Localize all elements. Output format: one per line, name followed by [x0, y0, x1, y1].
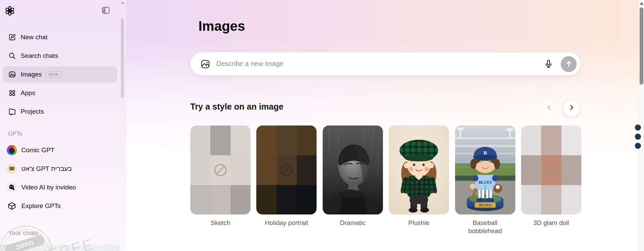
style-card-plushie[interactable]: Plushie: [389, 126, 449, 235]
style-card-label: 3D glam doll: [521, 219, 581, 227]
style-card-baseball-bobblehead[interactable]: BLUES BLUES B: [455, 126, 515, 235]
style-card-label: Sketch: [190, 219, 251, 227]
sidebar-scrollbar: [120, 0, 125, 251]
sidebar-item-apps[interactable]: Apps: [3, 85, 117, 101]
sidebar-item-label: Images: [21, 71, 42, 78]
blocked-icon: [543, 162, 559, 178]
widget-dot-3[interactable]: [635, 143, 641, 149]
sidebar-item-search-chats[interactable]: Search chats: [3, 48, 117, 64]
svg-text:BLUES: BLUES: [478, 180, 492, 185]
sidebar-item-projects[interactable]: Projects: [3, 104, 117, 120]
style-card-holiday-portrait[interactable]: Holiday portrait: [256, 126, 317, 235]
chat-list-item[interactable]: [0, 245, 120, 251]
hebrew-gpt-avatar: [7, 164, 17, 174]
comic-gpt-avatar: [7, 145, 17, 155]
style-card-label: Dramatic: [323, 219, 383, 227]
style-card-thumbnail: [521, 126, 581, 214]
gpt-item-label: Video AI by invideo: [21, 184, 76, 191]
style-card-dramatic[interactable]: Dramatic: [323, 126, 383, 235]
style-card-label: Plushie: [389, 219, 449, 227]
sidebar-item-new-chat[interactable]: New chat: [3, 29, 117, 45]
video-ai-avatar: [7, 182, 17, 192]
chevron-right-icon: [568, 104, 575, 113]
attach-photo-icon[interactable]: [200, 59, 211, 69]
style-cards-row: Sketch Holiday portrait: [190, 126, 581, 235]
openai-logo-icon: [5, 6, 15, 16]
widget-dot-1[interactable]: [635, 124, 641, 131]
sidebar-header: [0, 0, 126, 22]
your-chats-section-header: Your chats: [8, 229, 38, 237]
dramatic-portrait-image: [323, 126, 383, 214]
send-button[interactable]: [561, 56, 577, 72]
sidebar-nav: New chat Search chats Im: [3, 29, 117, 122]
sidebar-item-label: Apps: [21, 89, 35, 97]
image-prompt-composer: [190, 52, 581, 75]
main-content: Images: [126, 0, 638, 251]
folder-plus-icon: [8, 108, 16, 116]
sidebar-item-images[interactable]: Images NEW: [3, 66, 117, 83]
style-card-thumbnail: [389, 126, 449, 214]
style-card-thumbnail: BLUES BLUES B: [455, 126, 515, 214]
chevron-left-icon: [545, 104, 553, 113]
apps-grid-icon: [8, 89, 16, 97]
new-badge: NEW: [45, 71, 62, 78]
image-prompt-input[interactable]: [216, 52, 535, 75]
blocked-icon: [279, 162, 294, 178]
sidebar-item-video-ai[interactable]: Video AI by invideo: [3, 179, 117, 196]
svg-text:B: B: [484, 150, 487, 156]
styles-section-heading: Try a style on an image: [190, 102, 283, 112]
explore-gpts-cube-icon: [7, 201, 17, 211]
sidebar-collapse-icon: [101, 6, 110, 16]
svg-text:BLUES: BLUES: [479, 203, 491, 207]
style-card-thumbnail: [256, 126, 317, 214]
scrollbar-thumb[interactable]: [640, 7, 643, 85]
sidebar-scrollbar-thumb[interactable]: [121, 19, 124, 98]
sidebar-item-explore-gpts[interactable]: Explore GPTs: [3, 198, 117, 214]
style-card-thumbnail: [323, 126, 383, 214]
new-chat-icon: [8, 33, 16, 41]
blocked-icon: [213, 162, 228, 178]
plushie-doll-image: [389, 126, 449, 214]
sidebar-item-hebrew-gpt[interactable]: צ'אט GPT בעברית: [3, 161, 117, 177]
sidebar-item-comic-gpt[interactable]: Comic GPT: [3, 142, 117, 158]
baseball-bobblehead-image: BLUES BLUES B: [455, 126, 515, 214]
style-card-3d-glam-doll[interactable]: 3D glam doll: [521, 126, 581, 235]
sidebar-scroll-up-arrow[interactable]: [121, 1, 124, 4]
floating-dots-widget: [635, 124, 641, 152]
sidebar: New chat Search chats Im: [0, 0, 126, 251]
gpt-item-label: צ'אט GPT בעברית: [21, 165, 72, 173]
page-title: Images: [198, 19, 245, 34]
chatgpt-images-page: New chat Search chats Im: [0, 0, 644, 251]
scrollbar-up-arrow[interactable]: [640, 2, 643, 5]
sidebar-item-label: Search chats: [21, 52, 58, 60]
style-card-thumbnail: [190, 126, 251, 214]
images-icon: [8, 70, 16, 78]
widget-dot-2[interactable]: [635, 134, 641, 140]
style-card-label: Baseball bobblehead: [455, 219, 515, 235]
gpt-item-label: Explore GPTs: [21, 202, 61, 210]
gpts-list: Comic GPT צ'אט GPT בעברית: [3, 142, 117, 216]
search-icon: [8, 52, 16, 60]
carousel-next-button[interactable]: [563, 100, 580, 117]
mic-icon[interactable]: [544, 59, 553, 69]
sidebar-item-label: New chat: [21, 33, 47, 41]
arrow-up-icon: [564, 59, 573, 69]
style-card-label: Holiday portrait: [256, 219, 317, 227]
gpts-section-header: GPTs: [8, 131, 22, 137]
sidebar-toggle-button[interactable]: [100, 5, 111, 16]
carousel-prev-button[interactable]: [541, 100, 558, 117]
style-card-sketch[interactable]: Sketch: [190, 126, 251, 235]
gpt-item-label: Comic GPT: [21, 146, 55, 154]
sidebar-item-label: Projects: [21, 108, 44, 115]
